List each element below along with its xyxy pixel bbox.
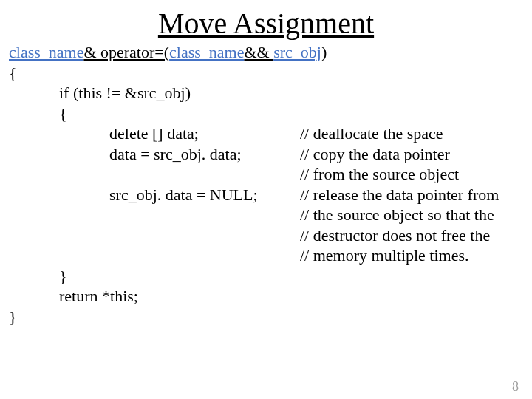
brace-open-outer: { [9,63,523,83]
comment-text: // the source object so that the [300,205,523,225]
code-row: // from the source object [109,164,523,185]
code-text: src_obj. data = NULL; [109,185,300,205]
code-text [109,225,300,246]
sig-classname-1: class_name [9,43,83,61]
brace-open-inner: { [9,103,523,124]
page-number: 8 [512,379,519,395]
if-line: if (this != &src_obj) [9,83,523,103]
slide-body: class_name& operator=(class_name&& src_o… [0,42,532,327]
sig-op: & operator=( [83,43,169,61]
brace-close-inner: } [9,266,523,287]
return-line: return *this; [9,286,523,307]
sig-srcobj: src_obj [273,43,321,61]
sig-amp: && [244,43,273,61]
comment-text: // copy the data pointer [300,144,523,165]
code-row: delete [] data; // deallocate the space [109,123,523,144]
code-row: data = src_obj. data; // copy the data p… [109,144,523,165]
comment-text: // memory multiple times. [300,245,523,266]
code-text: data = src_obj. data; [109,144,300,165]
brace-close-outer: } [9,307,523,327]
comment-text: // from the source object [300,164,523,185]
code-row: // memory multiple times. [109,245,523,266]
comment-text: // deallocate the space [300,123,523,144]
code-row: // the source object so that the [109,205,523,225]
slide: Move Assignment class_name& operator=(cl… [0,6,532,399]
code-block: delete [] data; // deallocate the space … [9,123,523,266]
sig-close: ) [321,43,327,61]
comment-text: // release the data pointer from [300,185,523,205]
signature-line: class_name& operator=(class_name&& src_o… [9,42,523,63]
sig-classname-2: class_name [169,43,244,61]
code-text: delete [] data; [109,123,300,144]
code-text [109,245,300,266]
slide-title: Move Assignment [0,6,532,41]
code-text [109,205,300,225]
code-row: // destructor does not free the [109,225,523,246]
comment-text: // destructor does not free the [300,225,523,246]
code-text [109,164,300,185]
code-row: src_obj. data = NULL; // release the dat… [109,185,523,205]
